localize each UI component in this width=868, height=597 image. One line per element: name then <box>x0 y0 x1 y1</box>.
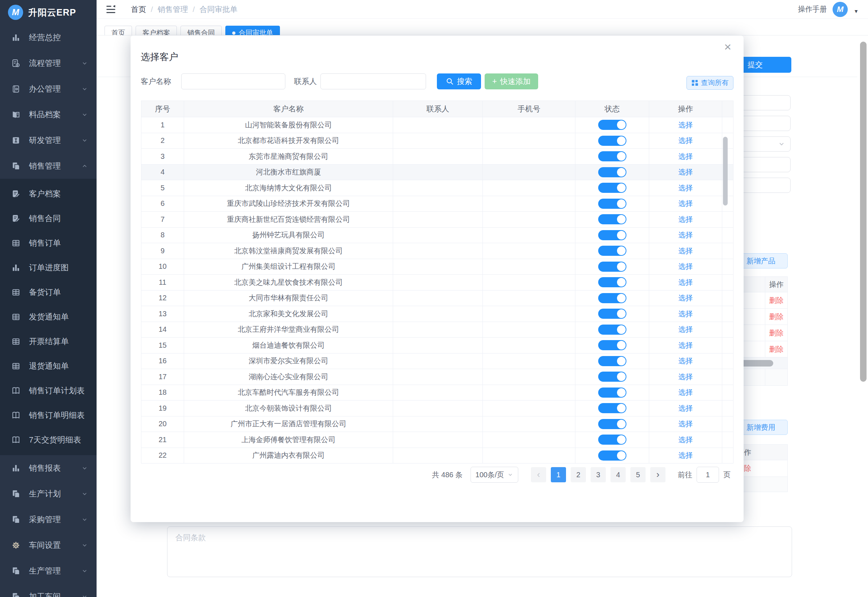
contact-input[interactable] <box>320 73 426 89</box>
sidebar-item-12[interactable]: 开票结算单 <box>0 329 96 354</box>
status-toggle[interactable] <box>598 340 627 350</box>
status-toggle[interactable] <box>598 325 627 335</box>
select-link[interactable]: 选择 <box>678 261 693 271</box>
sidebar-item-14[interactable]: 销售订单计划表 <box>0 379 96 403</box>
next-page-button[interactable]: › <box>650 467 665 482</box>
sidebar-item-8[interactable]: 销售订单 <box>0 231 96 255</box>
status-toggle[interactable] <box>598 435 627 445</box>
status-toggle[interactable] <box>598 120 627 130</box>
select-link[interactable]: 选择 <box>678 183 693 193</box>
sidebar-item-4[interactable]: 研发管理 <box>0 127 96 153</box>
sidebar-item-5[interactable]: 销售管理 <box>0 153 96 179</box>
select-link[interactable]: 选择 <box>678 340 693 350</box>
status-toggle[interactable] <box>598 151 627 161</box>
sidebar-item-20[interactable]: 车间设置 <box>0 532 96 558</box>
status-toggle[interactable] <box>598 403 627 413</box>
table-scrollbar-thumb[interactable] <box>723 137 728 205</box>
page-button-4[interactable]: 4 <box>610 467 626 482</box>
tab-2[interactable]: 销售合同 <box>181 26 222 36</box>
select-link[interactable]: 选择 <box>678 372 693 382</box>
status-toggle[interactable] <box>598 371 627 382</box>
sidebar-item-0[interactable]: 经营总控 <box>0 25 96 50</box>
select-link[interactable]: 选择 <box>678 419 693 429</box>
sidebar-item-3[interactable]: 料品档案 <box>0 102 96 127</box>
status-toggle[interactable] <box>598 261 627 272</box>
prev-page-button[interactable]: ‹ <box>531 467 546 482</box>
close-icon[interactable]: × <box>724 40 731 53</box>
select-link[interactable]: 选择 <box>678 230 693 240</box>
status-toggle[interactable] <box>598 136 627 146</box>
select-link[interactable]: 选择 <box>678 404 693 413</box>
status-toggle[interactable] <box>598 309 627 319</box>
sidebar-item-2[interactable]: 办公管理 <box>0 76 96 102</box>
sidebar-item-6[interactable]: 客户档案 <box>0 182 96 206</box>
breadcrumb-item-1[interactable]: 销售管理 <box>158 4 188 15</box>
status-toggle[interactable] <box>598 167 627 177</box>
status-toggle[interactable] <box>598 214 627 224</box>
select-link[interactable]: 选择 <box>678 246 693 256</box>
delete-link[interactable]: 删除 <box>769 345 784 354</box>
page-button-2[interactable]: 2 <box>571 467 586 482</box>
status-toggle[interactable] <box>598 199 627 209</box>
select-link[interactable]: 选择 <box>678 136 693 146</box>
delete-link[interactable]: 删除 <box>769 312 784 322</box>
page-button-5[interactable]: 5 <box>630 467 646 482</box>
status-toggle[interactable] <box>598 230 627 240</box>
status-toggle[interactable] <box>598 277 627 287</box>
status-toggle[interactable] <box>598 246 627 256</box>
select-link[interactable]: 选择 <box>678 325 693 334</box>
sidebar-item-15[interactable]: 销售订单明细表 <box>0 403 96 428</box>
sidebar-item-11[interactable]: 发货通知单 <box>0 304 96 329</box>
status-toggle[interactable] <box>598 293 627 303</box>
select-link[interactable]: 选择 <box>678 388 693 397</box>
select-link[interactable]: 选择 <box>678 450 693 460</box>
goto-page-input[interactable] <box>696 467 719 483</box>
tab-3[interactable]: 合同审批单 <box>225 26 280 36</box>
sidebar-item-1[interactable]: 流程管理 <box>0 50 96 76</box>
select-link[interactable]: 选择 <box>678 293 693 303</box>
manual-link[interactable]: 操作手册 <box>798 4 827 14</box>
sidebar-item-16[interactable]: 7天交货明细表 <box>0 428 96 452</box>
page-button-1[interactable]: 1 <box>551 467 566 482</box>
select-link[interactable]: 选择 <box>678 167 693 177</box>
search-button[interactable]: 搜索 <box>437 73 481 89</box>
page-button-3[interactable]: 3 <box>591 467 606 482</box>
select-link[interactable]: 选择 <box>678 120 693 130</box>
breadcrumb-item-2[interactable]: 合同审批单 <box>200 4 238 15</box>
delete-link[interactable]: 删除 <box>769 296 784 305</box>
sidebar-item-17[interactable]: 销售报表 <box>0 455 96 481</box>
breadcrumb-item-0[interactable]: 首页 <box>131 4 146 15</box>
page-scrollbar-thumb[interactable] <box>860 42 867 382</box>
status-toggle[interactable] <box>598 419 627 429</box>
sidebar-item-22[interactable]: 加工车间 <box>0 584 96 597</box>
select-link[interactable]: 选择 <box>678 151 693 161</box>
sidebar-item-7[interactable]: 销售合同 <box>0 206 96 231</box>
status-toggle[interactable] <box>598 388 627 398</box>
quick-add-button[interactable]: + 快速添加 <box>484 73 538 89</box>
select-link[interactable]: 选择 <box>678 309 693 319</box>
status-toggle[interactable] <box>598 183 627 193</box>
select-link[interactable]: 选择 <box>678 356 693 366</box>
caret-down-icon[interactable]: ▼ <box>853 8 859 14</box>
customer-name-input[interactable] <box>181 73 285 89</box>
delete-link[interactable]: 删除 <box>769 328 784 338</box>
sidebar-item-10[interactable]: 备货订单 <box>0 280 96 304</box>
tab-0[interactable]: 首页 <box>105 26 132 36</box>
status-toggle[interactable] <box>598 356 627 366</box>
contract-terms-textarea[interactable] <box>167 526 792 577</box>
sidebar-item-13[interactable]: 退货通知单 <box>0 354 96 379</box>
select-link[interactable]: 选择 <box>678 215 693 224</box>
sidebar-item-18[interactable]: 生产计划 <box>0 481 96 506</box>
tab-1[interactable]: 客户档案 <box>136 26 177 36</box>
select-link[interactable]: 选择 <box>678 435 693 445</box>
sidebar-item-21[interactable]: 生产管理 <box>0 558 96 584</box>
query-all-button[interactable]: 查询所有 <box>686 76 733 90</box>
user-avatar[interactable]: M <box>832 2 848 17</box>
page-size-select[interactable]: 100条/页 <box>471 467 518 483</box>
sidebar-item-19[interactable]: 采购管理 <box>0 506 96 532</box>
sidebar-item-9[interactable]: 订单进度图 <box>0 255 96 280</box>
select-link[interactable]: 选择 <box>678 199 693 208</box>
select-link[interactable]: 选择 <box>678 278 693 287</box>
collapse-sidebar-icon[interactable] <box>106 5 116 14</box>
status-toggle[interactable] <box>598 450 627 460</box>
